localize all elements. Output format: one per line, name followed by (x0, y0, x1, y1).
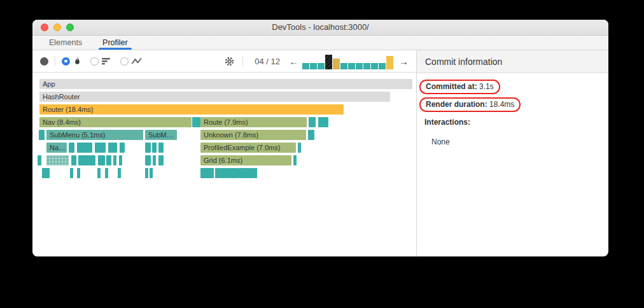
flame-bar[interactable] (95, 143, 106, 153)
tab-elements[interactable]: Elements (48, 36, 83, 50)
flame-bar[interactable]: HashRouter (39, 92, 390, 102)
flame-bar[interactable]: SubMenu (5.1ms) (46, 130, 143, 140)
flame-bar[interactable] (158, 143, 164, 153)
commit-info-panel: Commit information Committed at: 3.1s Re… (417, 50, 608, 256)
flame-bar[interactable] (119, 155, 122, 165)
render-duration-row: Render duration: 18.4ms (424, 97, 601, 112)
flame-bar[interactable] (98, 155, 105, 165)
flame-bar[interactable] (105, 168, 108, 178)
interactions-label: Interactions: (424, 118, 601, 127)
commit-index-label: 04 / 12 (255, 57, 280, 66)
flame-bar[interactable] (97, 168, 101, 178)
flame-bar[interactable] (77, 143, 92, 153)
commit-bar[interactable] (340, 63, 347, 69)
commit-bar[interactable] (318, 63, 325, 69)
flame-bar[interactable] (118, 168, 121, 178)
flame-bar[interactable] (69, 143, 74, 153)
toolbar-divider (242, 56, 243, 66)
commit-bar[interactable] (363, 63, 370, 69)
flame-bar[interactable] (113, 155, 116, 165)
flame-bar[interactable] (106, 155, 111, 165)
prev-commit-button[interactable]: ← (285, 53, 302, 69)
flame-bar[interactable] (108, 143, 117, 153)
flame-bar[interactable]: SubM… (145, 130, 177, 140)
flame-bar[interactable] (77, 168, 80, 178)
flame-bar[interactable]: Na… (46, 143, 67, 153)
interactions-value: None (431, 137, 601, 146)
flame-bar[interactable]: Route (7.9ms) (200, 117, 307, 127)
commit-bar[interactable] (379, 63, 386, 69)
gear-icon (224, 56, 235, 67)
flamegraph-view-option[interactable] (62, 57, 81, 66)
commit-bar[interactable] (333, 59, 340, 69)
view-controls (40, 56, 151, 66)
commit-info-title: Commit information (417, 50, 608, 73)
flame-bar[interactable]: Unknown (7.8ms) (200, 130, 306, 140)
commit-bar[interactable] (302, 63, 309, 69)
commit-navigation: 04 / 12 ← → (223, 53, 412, 69)
flame-bar[interactable]: Router (18.4ms) (39, 104, 344, 115)
interactions-icon (132, 57, 143, 65)
flame-bar[interactable] (152, 143, 157, 153)
interactions-view-option[interactable] (120, 57, 143, 66)
flame-bar[interactable] (200, 168, 214, 178)
flame-bar[interactable] (38, 155, 41, 165)
flame-bar[interactable] (120, 143, 125, 153)
commit-selector-chart[interactable] (302, 53, 395, 69)
tab-bar: Elements Profiler (32, 36, 608, 50)
profiler-toolbar: 04 / 12 ← → (32, 50, 416, 73)
ranked-radio[interactable] (90, 57, 99, 66)
flamegraph: AppHashRouterRouter (18.4ms)Nav (8.4ms)R… (32, 73, 416, 256)
commit-bar[interactable] (356, 63, 363, 69)
commit-bar[interactable] (325, 55, 332, 69)
commit-bar[interactable] (310, 63, 317, 69)
render-duration-label: Render duration: (426, 100, 487, 109)
record-button[interactable] (40, 57, 48, 66)
commit-info-body: Committed at: 3.1s Render duration: 18.4… (417, 73, 608, 153)
flame-icon (73, 57, 81, 66)
window-title: DevTools - localhost:3000/ (32, 20, 608, 35)
flame-bar[interactable] (150, 168, 153, 178)
tab-profiler[interactable]: Profiler (101, 36, 129, 50)
commit-bar[interactable] (348, 63, 355, 69)
flame-bar[interactable]: ProfiledExample (7.0ms) (200, 143, 296, 153)
render-duration-annotation: Render duration: 18.4ms (419, 97, 521, 112)
flame-bar[interactable]: Nav (8.4ms) (39, 117, 192, 127)
tab-profiler-label: Profiler (102, 38, 128, 47)
committed-at-row: Committed at: 3.1s (424, 80, 601, 94)
title-bar[interactable]: DevTools - localhost:3000/ (32, 20, 608, 36)
flame-bar[interactable] (145, 143, 151, 153)
toolbar-divider (55, 56, 55, 66)
flame-bar[interactable] (145, 155, 151, 165)
flame-bar[interactable] (293, 155, 297, 165)
flame-bar[interactable] (39, 130, 45, 140)
flame-bar[interactable] (153, 155, 156, 165)
render-duration-value: 18.4ms (489, 100, 514, 109)
flame-bar[interactable] (325, 117, 328, 127)
tab-elements-label: Elements (49, 38, 82, 47)
settings-button[interactable] (223, 56, 236, 67)
flame-bar[interactable] (298, 143, 301, 153)
interactions-radio[interactable] (120, 57, 129, 66)
flame-bar[interactable]: Grid (6.1ms) (200, 155, 291, 165)
ranked-view-option[interactable] (90, 57, 111, 66)
committed-at-annotation: Committed at: 3.1s (419, 80, 500, 94)
flame-bar[interactable] (42, 168, 50, 178)
flame-bar[interactable] (145, 168, 148, 178)
flame-bar[interactable] (308, 130, 314, 140)
flame-bar[interactable] (309, 117, 316, 127)
flame-bar[interactable] (78, 155, 95, 165)
flame-bar[interactable] (70, 168, 73, 178)
flame-bar[interactable] (254, 168, 257, 178)
devtools-window: DevTools - localhost:3000/ Elements Prof… (32, 20, 608, 256)
commit-bar[interactable] (386, 56, 393, 69)
flame-bar[interactable]: App (39, 79, 412, 89)
next-commit-button[interactable]: → (395, 53, 412, 69)
flamegraph-radio[interactable] (62, 57, 70, 66)
commit-bar[interactable] (371, 63, 378, 69)
committed-at-value: 3.1s (479, 82, 494, 91)
profiler-pane: 04 / 12 ← → AppHashRouterRouter (18.4ms)… (32, 50, 417, 256)
flame-bar[interactable] (71, 155, 76, 165)
flame-bar[interactable] (158, 155, 164, 165)
flame-bar[interactable] (46, 155, 69, 165)
